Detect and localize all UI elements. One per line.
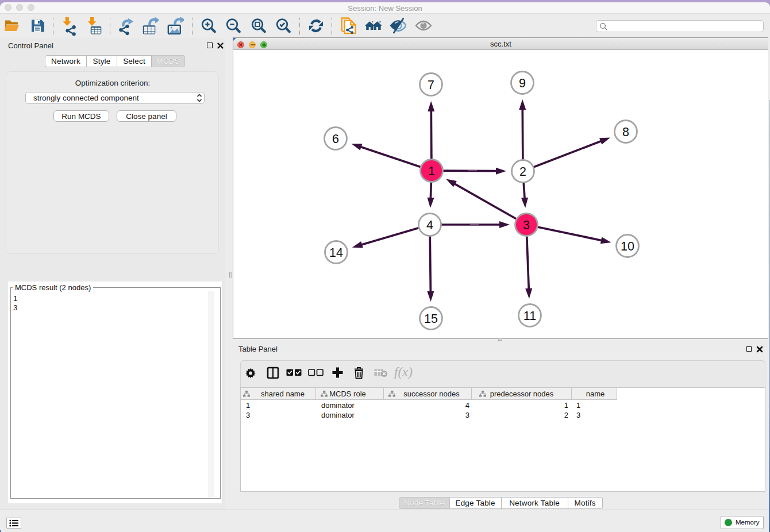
svg-text:10: 10 <box>621 240 634 253</box>
svg-text:7: 7 <box>428 78 434 92</box>
svg-text:1: 1 <box>428 164 435 178</box>
svg-text:6: 6 <box>332 132 339 146</box>
svg-text:4: 4 <box>426 218 433 232</box>
svg-text:9: 9 <box>519 76 526 90</box>
svg-text:3: 3 <box>523 218 530 232</box>
svg-text:14: 14 <box>329 246 343 260</box>
svg-text:15: 15 <box>424 312 438 326</box>
svg-text:2: 2 <box>519 165 526 179</box>
svg-text:8: 8 <box>622 125 629 139</box>
svg-text:11: 11 <box>523 309 536 323</box>
